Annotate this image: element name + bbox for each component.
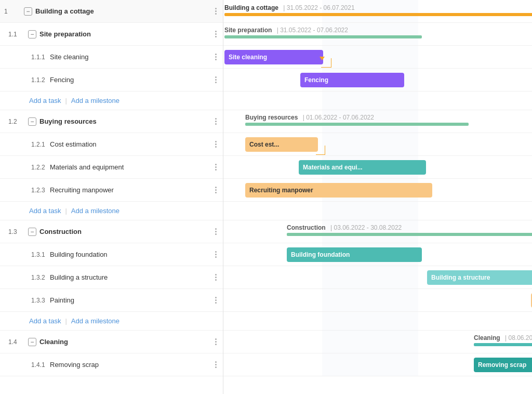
task-label: Painting: [50, 296, 213, 304]
add-task-button[interactable]: Add a task: [29, 97, 61, 104]
add-milestone-button[interactable]: Add a milestone: [71, 207, 119, 215]
add-task-row: Add a task | Add a milestone: [0, 312, 223, 331]
task-label: Recruiting manpower: [50, 186, 213, 194]
gantt-panel: Building a cottage | 31.05.2022 - 06.07.…: [223, 0, 532, 394]
table-row: 1.2.3 Recruiting manpower: [0, 179, 223, 202]
row-menu-icon[interactable]: [213, 6, 219, 17]
bar-label: Fencing: [304, 76, 328, 84]
add-task-button[interactable]: Add a task: [29, 207, 61, 215]
row-menu-icon[interactable]: [213, 29, 219, 40]
row-menu-icon[interactable]: [213, 272, 219, 283]
row-number: 1.4.1: [4, 361, 50, 369]
gantt-add-row: [223, 91, 532, 110]
table-row: 1.3.2 Building a structure: [0, 266, 223, 289]
row-number: 1.2.2: [4, 164, 50, 171]
gantt-bar-building-structure[interactable]: Building a structure: [427, 270, 532, 285]
bar-label: Cost est...: [249, 141, 279, 148]
row-menu-icon[interactable]: [213, 185, 219, 195]
gantt-label: Construction: [287, 224, 326, 231]
table-row: 1.1 Site preparation: [0, 23, 223, 46]
gantt-date: | 31.05.2022 - 07.06.2022: [277, 27, 348, 34]
gantt-bar-fencing[interactable]: Fencing: [300, 73, 404, 87]
gantt-row-fencing: Fencing: [223, 69, 532, 91]
gantt-label: Site preparation: [224, 27, 272, 34]
row-number: 1.1.2: [4, 76, 50, 84]
collapse-icon[interactable]: [27, 29, 37, 40]
row-menu-icon[interactable]: [213, 139, 219, 150]
add-task-button[interactable]: Add a task: [29, 317, 61, 325]
gantt-add-row: [223, 202, 532, 220]
bar-label: Removing scrap: [478, 361, 526, 369]
gantt-add-row: [223, 312, 532, 331]
gantt-row-site-prep: Site preparation | 31.05.2022 - 07.06.20…: [223, 23, 532, 46]
task-label: Building a structure: [50, 273, 213, 281]
row-number: 1.3.1: [4, 251, 50, 258]
gantt-bar-cleaning[interactable]: Cleaning | 08.06.20: [474, 334, 532, 346]
gantt-date: | 01.06.2022 - 07.06.2022: [303, 114, 374, 121]
task-label: Construction: [39, 228, 213, 235]
gantt-date: | 08.06.20: [505, 334, 532, 342]
task-label: Removing scrap: [50, 361, 213, 369]
gantt-row-buying-resources: Buying resources | 01.06.2022 - 07.06.20…: [223, 110, 532, 133]
task-label: Site cleaning: [50, 53, 213, 61]
gantt-bar-recruiting[interactable]: Recruiting manpower: [245, 183, 432, 198]
gantt-bar-cost-estimation[interactable]: Cost est...: [245, 137, 318, 152]
row-menu-icon[interactable]: [213, 359, 219, 370]
collapse-icon[interactable]: [27, 337, 37, 347]
row-number: 1.2.1: [4, 141, 50, 148]
add-milestone-button[interactable]: Add a milestone: [71, 97, 119, 104]
gantt-bar-site-prep[interactable]: Site preparation | 31.05.2022 - 07.06.20…: [224, 27, 422, 38]
gantt-row-building-foundation: Building foundation: [223, 243, 532, 266]
table-row: 1.2.1 Cost estimation: [0, 133, 223, 156]
add-task-row: Add a task | Add a milestone: [0, 91, 223, 110]
task-label: Building a cottage: [35, 7, 213, 15]
gantt-bar-construction[interactable]: Construction | 03.06.2022 - 30.08.2022: [287, 224, 532, 236]
task-label: Materials and equipment: [50, 163, 213, 171]
gantt-row-materials: Materials and equi...: [223, 156, 532, 179]
gantt-bar-site-cleaning[interactable]: Site cleaning: [224, 50, 323, 64]
task-label: Building foundation: [50, 251, 213, 258]
separator: |: [65, 317, 66, 325]
gantt-bar-building-foundation[interactable]: Building foundation: [287, 247, 422, 262]
row-menu-icon[interactable]: [213, 74, 219, 85]
add-task-row: Add a task | Add a milestone: [0, 202, 223, 220]
row-number: 1.1: [8, 31, 27, 38]
table-row: 1.4 Cleaning: [0, 331, 223, 353]
bar-label: Building a structure: [431, 274, 490, 281]
bar-label: Materials and equi...: [303, 164, 363, 171]
row-menu-icon[interactable]: [213, 295, 219, 306]
table-row: 1.2 Buying resources: [0, 110, 223, 133]
gantt-row-cost-estimation: Cost est...: [223, 133, 532, 156]
gantt-row-removing-scrap: Removing scrap: [223, 353, 532, 376]
row-number: 1.1.1: [4, 54, 50, 61]
gantt-bar-materials[interactable]: Materials and equi...: [299, 160, 426, 175]
gantt-row-site-cleaning: Site cleaning: [223, 46, 532, 69]
table-row: 1 Building a cottage: [0, 0, 223, 23]
row-menu-icon[interactable]: [213, 116, 219, 127]
gantt-row-recruiting: Recruiting manpower: [223, 179, 532, 202]
gantt-date: | 31.05.2022 - 06.07.2021: [283, 4, 354, 11]
gantt-row-painting: Painting: [223, 289, 532, 312]
gantt-row-construction: Construction | 03.06.2022 - 30.08.2022: [223, 220, 532, 243]
table-row: 1.1.1 Site cleaning: [0, 46, 223, 69]
task-label: Site preparation: [39, 30, 213, 38]
gantt-bar-removing-scrap[interactable]: Removing scrap: [474, 358, 532, 372]
collapse-icon[interactable]: [27, 227, 37, 237]
gantt-bar-buying-resources[interactable]: Buying resources | 01.06.2022 - 07.06.20…: [245, 114, 469, 126]
row-menu-icon[interactable]: [213, 51, 219, 62]
gantt-bar-building-cottage[interactable]: Building a cottage | 31.05.2022 - 06.07.…: [224, 4, 532, 16]
add-milestone-button[interactable]: Add a milestone: [71, 317, 119, 325]
row-menu-icon[interactable]: [213, 336, 219, 347]
separator: |: [65, 97, 66, 104]
table-row: 1.3.1 Building foundation: [0, 243, 223, 266]
gantt-row-building-structure: Building a structure: [223, 266, 532, 289]
gantt-row-cleaning: Cleaning | 08.06.20: [223, 331, 532, 353]
collapse-icon[interactable]: [27, 116, 37, 127]
task-label: Buying resources: [39, 117, 213, 125]
row-menu-icon[interactable]: [213, 226, 219, 237]
gantt-date: | 03.06.2022 - 30.08.2022: [330, 224, 402, 231]
row-menu-icon[interactable]: [213, 162, 219, 173]
collapse-icon[interactable]: [23, 6, 33, 17]
row-number: 1.4: [8, 338, 27, 346]
row-menu-icon[interactable]: [213, 249, 219, 260]
